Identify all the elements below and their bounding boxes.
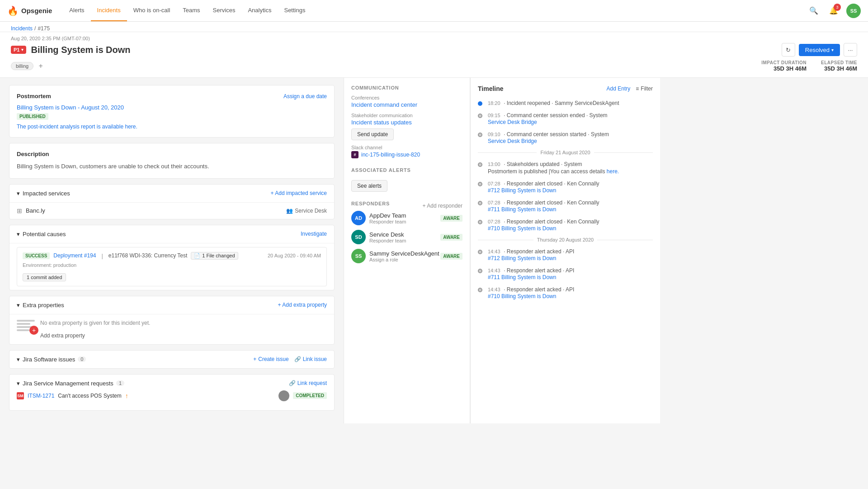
breadcrumb-bar: Incidents / #175: [0, 22, 868, 32]
add-tag-button[interactable]: +: [36, 62, 45, 71]
resolved-button[interactable]: Resolved ▾: [799, 44, 840, 56]
nav-settings[interactable]: Settings: [278, 0, 311, 21]
description-title: Description: [17, 151, 49, 157]
timeline-link-5[interactable]: #711 Billing System is Down: [488, 206, 653, 213]
timeline-dot-5: [478, 201, 482, 205]
aware-badge-0: AWARE: [440, 215, 462, 222]
incident-date: Aug 20, 2020 2:35 PM (GMT-07:00): [11, 36, 857, 41]
responders-header: RESPONDERS + Add responder: [351, 201, 462, 211]
add-extra-property-btn[interactable]: + Add extra property: [278, 302, 327, 308]
description-header: Description: [17, 151, 327, 157]
timeline-dot-1: [478, 114, 482, 118]
nav-teams[interactable]: Teams: [176, 0, 206, 21]
link-request-btn[interactable]: 🔗 Link request: [289, 380, 327, 386]
user-avatar[interactable]: SS: [846, 4, 861, 18]
stakeholder-link[interactable]: Incident status updates: [351, 119, 462, 126]
nav-who-is-on-call[interactable]: Who is on-call: [127, 0, 177, 21]
impact-duration: IMPACT DURATION 35D 3H 46M: [761, 60, 807, 72]
left-panel: Postmortem Assign a due date Billing Sys…: [0, 78, 344, 423]
timeline-desc-1: · Command center session ended · System: [504, 112, 607, 119]
timeline-content-5: 07:28 · Responder alert closed · Ken Con…: [488, 199, 653, 213]
add-circle-icon[interactable]: +: [29, 326, 38, 335]
timeline-link-4[interactable]: #712 Billing System is Down: [488, 187, 653, 194]
jira-count: 0: [78, 356, 86, 362]
jira-request-row: SM ITSM-1271 Can't access POS System ↑ C…: [17, 387, 327, 405]
responder-item-1: SD Service Desk Responder team AWARE: [351, 230, 462, 244]
extra-properties-header[interactable]: ▾ Extra properties + Add extra property: [9, 296, 334, 314]
responders-title: RESPONDERS: [351, 201, 390, 206]
investigate-btn[interactable]: Investigate: [301, 231, 327, 237]
timeline-time-6: 07:28: [488, 219, 500, 224]
conferences-label: Conferences: [351, 95, 462, 100]
description-section: Description Billing System is Down, cust…: [9, 143, 335, 179]
nav-items: Alerts Incidents Who is on-call Teams Se…: [63, 0, 311, 21]
service-team: 👥 Service Desk: [286, 208, 327, 214]
timeline-desc-5: · Responder alert closed · Ken Connally: [504, 199, 599, 206]
assign-due-date-link[interactable]: Assign a due date: [283, 93, 327, 100]
timeline-link-8[interactable]: #711 Billing System is Down: [488, 274, 653, 280]
timeline-link-6[interactable]: #710 Billing System is Down: [488, 225, 653, 232]
timeline-extra-link-3[interactable]: here.: [607, 168, 619, 175]
add-extra-property-link[interactable]: Add extra property: [40, 332, 85, 339]
timeline-content-2: 09:10 · Command center session started ·…: [488, 131, 653, 144]
timeline-item-3: 13:00 · Stakeholders updated · System Po…: [478, 161, 653, 175]
nav-incidents[interactable]: Incidents: [91, 0, 127, 21]
priority-chevron-icon: ▾: [21, 47, 24, 52]
jira-service-icon: SM: [17, 392, 24, 399]
file-icon: 📄: [194, 253, 200, 259]
responder-info-2: SS Sammy ServiceDeskAgent Assign a role: [351, 249, 439, 263]
postmortem-report-title[interactable]: Billing System is Down - August 20, 2020: [17, 104, 327, 111]
extra-props-body: + No extra property is given for this in…: [9, 314, 334, 344]
conference-link[interactable]: Incident command center: [351, 101, 462, 108]
priority-badge[interactable]: P1 ▾: [11, 46, 26, 54]
timeline-link-2[interactable]: Service Desk Bridge: [488, 138, 653, 144]
slack-channel-link[interactable]: inc-175-billing-issue-820: [361, 152, 420, 158]
deployment-link[interactable]: Deployment #194: [53, 252, 96, 259]
send-update-btn[interactable]: Send update: [351, 128, 394, 140]
impacted-services-header[interactable]: ▾ Impacted services + Add impacted servi…: [9, 185, 334, 203]
timeline-actions: Add Entry ≡ Filter: [607, 85, 653, 92]
link-issue-btn[interactable]: 🔗 Link issue: [294, 356, 327, 362]
more-options-button[interactable]: ···: [844, 43, 857, 57]
responder-role-0: Responder team: [369, 219, 406, 224]
timeline-time-2: 09:10: [488, 132, 500, 137]
conferences-item: Conferences Incident command center: [351, 95, 462, 108]
postmortem-report-link[interactable]: The post-incident analysis report is ava…: [17, 123, 327, 130]
timeline-desc-2: · Command center session started · Syste…: [504, 131, 609, 138]
responder-avatar-1: SD: [351, 230, 366, 244]
add-entry-btn[interactable]: Add Entry: [607, 85, 631, 92]
potential-causes-title: ▾ Potential causes: [17, 231, 66, 237]
date-divider-fri: Friday 21 August 2020: [478, 150, 653, 155]
aware-badge-2: AWARE: [440, 253, 462, 260]
logo[interactable]: 🔥 Opsgenie: [7, 5, 52, 16]
timeline-link-7[interactable]: #712 Billing System is Down: [488, 255, 653, 261]
timeline-item-2: 09:10 · Command center session started ·…: [478, 131, 653, 144]
jira-key[interactable]: ITSM-1271: [28, 393, 54, 399]
add-impacted-service-btn[interactable]: + Add impacted service: [271, 190, 327, 196]
timeline-dot-9: [478, 288, 482, 292]
potential-causes-header[interactable]: ▾ Potential causes Investigate: [9, 225, 334, 243]
nav-services[interactable]: Services: [207, 0, 242, 21]
nav-analytics[interactable]: Analytics: [241, 0, 278, 21]
timeline-link-1[interactable]: Service Desk Bridge: [488, 119, 653, 125]
add-responder-btn[interactable]: + Add responder: [423, 203, 462, 209]
service-name: ⊞ Banc.ly: [17, 207, 45, 214]
see-alerts-btn[interactable]: See alerts: [351, 180, 387, 192]
refresh-button[interactable]: ↻: [782, 43, 795, 57]
notification-bell-btn[interactable]: 🔔 3: [826, 4, 841, 18]
jira-header: ▾ Jira Software issues 0 + Create issue …: [17, 356, 327, 363]
nav-alerts[interactable]: Alerts: [63, 0, 90, 21]
filter-btn[interactable]: ≡ Filter: [636, 85, 653, 92]
impacted-services-section: ▾ Impacted services + Add impacted servi…: [9, 184, 335, 219]
jira-actions: + Create issue 🔗 Link issue: [253, 356, 327, 362]
breadcrumb-incidents[interactable]: Incidents: [11, 25, 33, 32]
timeline-desc-8: · Responder alert acked · API: [504, 267, 574, 274]
create-issue-btn[interactable]: + Create issue: [253, 356, 288, 362]
impact-row: IMPACT DURATION 35D 3H 46M ELAPSED TIME …: [761, 60, 857, 72]
timeline-link-9[interactable]: #710 Billing System is Down: [488, 293, 653, 299]
extra-props-icon: +: [17, 320, 35, 331]
billing-tag[interactable]: billing: [11, 62, 33, 70]
responder-name-2: Sammy ServiceDeskAgent: [369, 250, 439, 257]
search-icon-btn[interactable]: 🔍: [807, 4, 821, 18]
link-icon: 🔗: [289, 380, 296, 386]
